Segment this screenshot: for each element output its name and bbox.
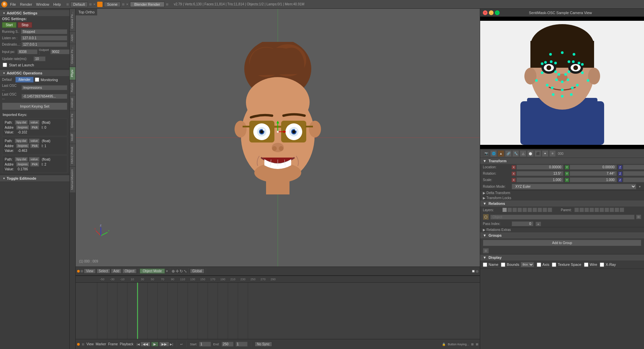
props-icon-world[interactable]: 🌐 — [490, 150, 497, 157]
rotation-mode-select[interactable]: XYZ Euler — [512, 184, 636, 189]
object-mode-btn[interactable]: Object Mode — [140, 269, 165, 274]
stop-button[interactable]: Stop — [18, 22, 32, 28]
addosc-ops-section[interactable]: ▼ AddOSC Operations — [0, 70, 69, 76]
wire-checkbox[interactable] — [584, 263, 588, 267]
props-icon-modifiers[interactable]: 🔧 — [512, 150, 519, 157]
render-engine-selector[interactable]: Blender Render — [130, 2, 165, 7]
layer-6[interactable] — [527, 208, 532, 212]
side-tab-physi[interactable]: Physi — [70, 67, 75, 80]
axis-checkbox[interactable] — [537, 263, 541, 267]
input-port-input[interactable] — [17, 49, 38, 54]
props-icon-camera[interactable]: 📷 — [483, 150, 490, 157]
last-osc1-input[interactable] — [21, 85, 67, 90]
layer-17[interactable] — [604, 208, 609, 212]
pass-index-input[interactable] — [512, 221, 533, 226]
move-tool-icon[interactable]: ✛ — [176, 269, 179, 274]
bounds-checkbox[interactable] — [501, 263, 505, 267]
toggle-editmode-section[interactable]: ▼ Toggle Editmode — [0, 175, 69, 181]
tl-frame-menu[interactable]: Frame — [108, 342, 118, 346]
viewport-canvas[interactable]: X Y Z (1) 000 : 009 — [76, 9, 480, 267]
layer-9[interactable] — [542, 208, 547, 212]
snap-icon[interactable]: 🔲 — [471, 270, 475, 273]
tl-view-menu[interactable]: View — [86, 342, 94, 346]
transform-section-header[interactable]: ▼ Transform — [480, 158, 644, 164]
texture-space-checkbox[interactable] — [552, 263, 556, 267]
pick-btn-2[interactable]: Pick — [30, 162, 39, 167]
proportional-icon[interactable]: ◎ — [476, 270, 478, 273]
update-rate-input[interactable] — [34, 56, 46, 61]
props-icon-physics[interactable]: ⚛ — [549, 150, 556, 157]
side-tab-anim[interactable]: Anim — [70, 32, 75, 44]
pass-index-increment[interactable]: ▲ — [535, 222, 541, 226]
display-header[interactable]: ▼ Display — [480, 254, 644, 260]
layer-11[interactable] — [574, 208, 579, 212]
view-menu-btn[interactable]: View — [84, 269, 96, 274]
addosc-settings-section[interactable]: ▼ AddOSC Settings — [0, 10, 69, 16]
scale-y-input[interactable] — [570, 177, 617, 182]
next-keyframe-btn[interactable]: ▶▶ — [159, 342, 169, 347]
add-to-group-btn[interactable]: Add to Group — [483, 240, 641, 246]
layer-3[interactable] — [512, 208, 517, 212]
layer-16[interactable] — [599, 208, 604, 212]
rot-x-input[interactable] — [516, 171, 564, 176]
layout-mode-btn[interactable]: Default — [70, 2, 88, 7]
running-status-input[interactable] — [21, 29, 67, 34]
frame-start-input[interactable] — [199, 342, 211, 347]
props-icon-data[interactable]: △ — [520, 150, 526, 157]
timeline-track[interactable] — [76, 283, 480, 339]
tl-marker-menu[interactable]: Marker — [96, 342, 106, 346]
bounds-type-select[interactable]: Box — [521, 262, 534, 267]
start-at-launch-checkbox[interactable] — [3, 63, 7, 67]
cursor-tool-icon[interactable]: ⊕ — [172, 269, 175, 274]
rot-z-input[interactable] — [623, 171, 644, 176]
layer-1[interactable] — [502, 208, 507, 212]
listen-on-input[interactable] — [21, 36, 67, 41]
layer-12[interactable] — [579, 208, 584, 212]
play-btn[interactable]: ▶ — [151, 342, 158, 347]
side-tab-greasepen[interactable]: Grease Pe... — [70, 9, 75, 32]
layer-2[interactable] — [507, 208, 512, 212]
layer-18[interactable] — [609, 208, 614, 212]
groups-header[interactable]: ▼ Groups — [480, 232, 644, 238]
layer-5[interactable] — [522, 208, 527, 212]
delta-transform-subsection[interactable]: ▶ Delta Transform — [480, 190, 644, 195]
blender-path-btn[interactable]: /blender — [15, 77, 34, 82]
loc-y-input[interactable] — [570, 165, 617, 170]
xray-checkbox[interactable] — [600, 263, 604, 267]
side-tab-manue[interactable]: ManueSBasion — [70, 166, 75, 192]
menu-help[interactable]: Help — [53, 2, 61, 6]
monitoring-checkbox[interactable] — [35, 77, 39, 82]
global-mode-btn[interactable]: Global — [190, 269, 204, 274]
scale-x-input[interactable] — [516, 177, 564, 182]
props-icon-particles[interactable]: ✦ — [542, 150, 549, 157]
frame-end-input[interactable] — [221, 342, 234, 347]
parent-input[interactable] — [490, 215, 635, 220]
layer-19[interactable] — [615, 208, 619, 212]
parent-link-icon[interactable]: ⊞ — [636, 215, 641, 219]
rotate-tool-icon[interactable]: ↻ — [180, 269, 183, 274]
keying-btn[interactable]: Button Keying... — [448, 343, 469, 346]
prev-keyframe-btn[interactable]: ◀◀ — [140, 342, 150, 347]
layer-15[interactable] — [594, 208, 599, 212]
side-tab-greasepen2[interactable]: Grease Pe... — [70, 44, 75, 67]
side-tab-greasepen3[interactable]: Grease Pe — [70, 111, 75, 131]
scene-selector[interactable]: Scene — [104, 2, 120, 7]
layer-10[interactable] — [548, 208, 552, 212]
output-port-input[interactable] — [50, 49, 70, 54]
props-icon-object[interactable]: ▲ — [498, 150, 504, 157]
window-max-btn[interactable]: □ — [495, 10, 500, 15]
layer-8[interactable] — [537, 208, 542, 212]
layer-7[interactable] — [532, 208, 537, 212]
pick-btn-1[interactable]: Pick — [30, 143, 39, 148]
window-close-btn[interactable]: × — [483, 10, 488, 15]
relations-extras-subsection[interactable]: ▶ Relations Extras — [480, 227, 644, 232]
pick-btn-0[interactable]: Pick — [30, 125, 39, 130]
relations-header[interactable]: ▼ Relations — [480, 200, 644, 207]
tl-playback-menu[interactable]: Playback — [120, 342, 134, 346]
object-menu-btn[interactable]: Object — [122, 269, 137, 274]
menu-render[interactable]: Render — [20, 2, 32, 6]
rot-y-input[interactable] — [570, 171, 617, 176]
menu-window[interactable]: Window — [36, 2, 49, 6]
layer-14[interactable] — [589, 208, 594, 212]
transform-locks-subsection[interactable]: ▶ Transform Locks — [480, 195, 644, 200]
